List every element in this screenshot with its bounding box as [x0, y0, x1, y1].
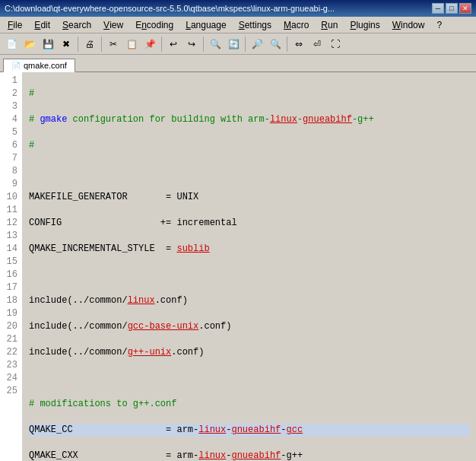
file-tab-label: qmake.conf [24, 61, 67, 70]
tab-bar: 📄 qmake.conf [0, 55, 476, 72]
code-line-13: # modifications to g++.conf [29, 398, 470, 411]
wrap-button[interactable]: ⏎ [309, 36, 325, 52]
code-line-8 [29, 269, 470, 281]
zoom-in-button[interactable]: 🔎 [249, 36, 265, 52]
code-line-14: QMAKE_CC = arm-linux-gnueabihf-gcc [29, 424, 470, 437]
paste-button[interactable]: 📌 [141, 36, 158, 52]
find-button[interactable]: 🔍 [207, 36, 224, 52]
menu-encoding[interactable]: Encoding [129, 17, 179, 33]
copy-button[interactable]: 📋 [123, 36, 140, 52]
file-tab[interactable]: 📄 qmake.conf [3, 59, 75, 72]
menu-run[interactable]: Run [315, 17, 344, 33]
open-button[interactable]: 📂 [21, 36, 38, 52]
sync-scroll-button[interactable]: ⇔ [290, 36, 307, 52]
menu-search[interactable]: Search [56, 17, 97, 33]
code-line-10: include(../common/gcc-base-unix.conf) [29, 320, 470, 333]
code-line-2: # gmake configuration for building with … [29, 113, 470, 126]
file-tab-icon: 📄 [11, 62, 21, 70]
menu-file[interactable]: File [2, 17, 28, 33]
menu-language[interactable]: Language [179, 17, 232, 33]
toolbar-sep-3 [161, 37, 162, 52]
new-button[interactable]: 📄 [3, 36, 20, 52]
code-line-7: QMAKE_INCREMENTAL_STYLE = sublib [29, 243, 470, 256]
code-line-6: CONFIG += incremental [29, 217, 470, 230]
menu-edit[interactable]: Edit [28, 17, 56, 33]
menu-view[interactable]: View [97, 17, 129, 33]
toolbar-sep-5 [245, 37, 246, 52]
toolbar-sep-1 [78, 37, 78, 52]
menu-help[interactable]: ? [430, 17, 448, 33]
editor-container: 1 2 3 4 5 6 7 8 9 10 11 12 13 14 15 16 1… [0, 72, 476, 461]
fullscreen-button[interactable]: ⛶ [327, 36, 344, 52]
toolbar: 📄 📂 💾 ✖ 🖨 ✂ 📋 📌 ↩ ↪ 🔍 🔄 🔎 🔍 ⇔ ⏎ ⛶ [0, 33, 476, 55]
undo-button[interactable]: ↩ [165, 36, 182, 52]
replace-button[interactable]: 🔄 [225, 36, 242, 52]
title-bar: C:\download\qt-everywhere-opensource-src… [0, 0, 476, 17]
menu-plugins[interactable]: Plugins [344, 17, 386, 33]
menu-window[interactable]: Window [386, 17, 431, 33]
minimize-button[interactable]: ─ [432, 3, 444, 14]
code-line-11: include(../common/g++-unix.conf) [29, 346, 470, 359]
cut-button[interactable]: ✂ [105, 36, 122, 52]
maximize-button[interactable]: □ [446, 3, 458, 14]
code-line-3: # [29, 139, 470, 152]
toolbar-sep-2 [101, 37, 102, 52]
menu-bar: File Edit Search View Encoding Language … [0, 17, 476, 33]
code-line-9: include(../common/linux.conf) [29, 294, 470, 307]
menu-macro[interactable]: Macro [278, 17, 315, 33]
menu-settings[interactable]: Settings [233, 17, 278, 33]
code-line-15: QMAKE_CXX = arm-linux-gnueabihf-g++ [29, 450, 470, 461]
close-doc-button[interactable]: ✖ [58, 36, 75, 52]
code-editor[interactable]: # # gmake configuration for building wit… [23, 72, 476, 461]
window-controls: ─ □ ✕ [432, 3, 471, 14]
zoom-out-button[interactable]: 🔍 [267, 36, 284, 52]
print-button[interactable]: 🖨 [81, 36, 98, 52]
toolbar-sep-4 [203, 37, 204, 52]
line-numbers: 1 2 3 4 5 6 7 8 9 10 11 12 13 14 15 16 1… [0, 72, 23, 461]
code-line-4 [29, 165, 470, 178]
redo-button[interactable]: ↪ [183, 36, 200, 52]
code-line-1: # [29, 87, 470, 100]
code-line-5: MAKEFILE_GENERATOR = UNIX [29, 191, 470, 204]
window-title: C:\download\qt-everywhere-opensource-src… [5, 4, 426, 13]
save-button[interactable]: 💾 [40, 36, 56, 52]
code-line-12 [29, 372, 470, 385]
toolbar-sep-6 [287, 37, 287, 52]
close-button[interactable]: ✕ [459, 3, 471, 14]
